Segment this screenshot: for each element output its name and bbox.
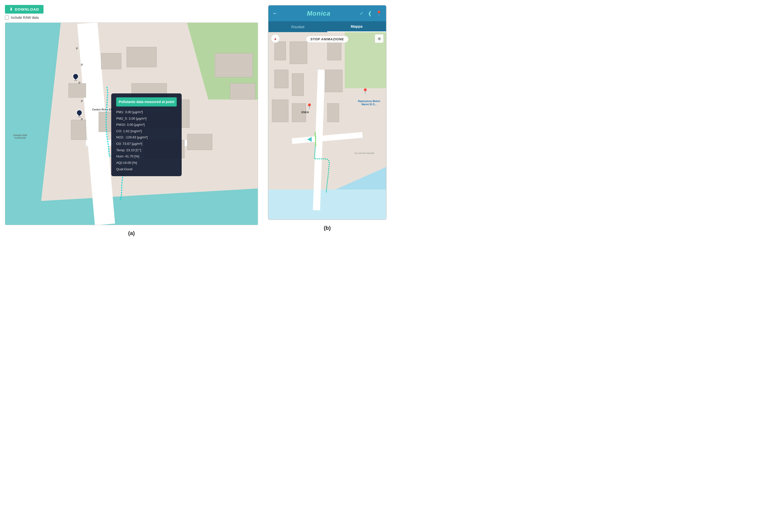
pin-1[interactable] — [72, 73, 79, 82]
rmap-sea2 — [269, 190, 386, 219]
parking-1: P — [76, 47, 78, 51]
rbuilding-7 — [272, 100, 288, 122]
stop-animation-button[interactable]: STOP ANIMAZIONE — [306, 36, 348, 43]
compass-button[interactable]: ▲ — [271, 34, 280, 43]
building-9 — [68, 83, 86, 97]
rmap-pin-shop[interactable]: 📍 — [362, 88, 369, 95]
popup-row-7: Hum: 41.70 [%] — [116, 153, 177, 160]
building-2 — [127, 47, 157, 67]
panel-b-label: (b) — [268, 225, 386, 231]
location-button[interactable]: ⊕ — [375, 34, 384, 43]
panel-a: ⬇ DOWNLOAD Include RAW data — [5, 5, 258, 237]
sea-bottom — [5, 189, 258, 225]
location-pin-icon[interactable]: 📍 — [376, 10, 382, 16]
rmap-enea-label: ENEA — [301, 111, 309, 114]
beach-label: Spiaggia delle Monachelle — [13, 134, 28, 139]
info-popup[interactable]: Pollutants data measured at point PM1: 3… — [111, 93, 182, 176]
download-label: DOWNLOAD — [15, 7, 39, 11]
building-12 — [230, 83, 255, 99]
building-1 — [101, 53, 121, 69]
popup-row-8: AQI:19.00 [%] — [116, 160, 177, 166]
pin-head-1 — [71, 72, 80, 81]
download-button[interactable]: ⬇ DOWNLOAD — [5, 5, 43, 13]
popup-row-4: NO2: -129.83 [µg/m³] — [116, 134, 177, 140]
popup-row-3: CO: 1.62 [mg/m³] — [116, 128, 177, 134]
tab-mappa[interactable]: Mappa — [327, 21, 386, 32]
building-11 — [215, 53, 253, 77]
crosshair-icon: ⊕ — [378, 36, 381, 41]
panel-a-label: (a) — [5, 230, 258, 237]
include-raw-checkbox[interactable] — [5, 15, 9, 20]
app-title: Monica — [281, 10, 357, 17]
rbuilding-5 — [327, 41, 341, 60]
phone-map: ENEA Riparazione Motori Marini Di D... V… — [269, 32, 386, 219]
rmap-road-label: Via Vecchio Macello — [354, 152, 374, 154]
include-raw-row: Include RAW data — [5, 15, 258, 20]
rmap-road-h — [292, 132, 363, 144]
main-container: ⬇ DOWNLOAD Include RAW data — [5, 5, 386, 237]
rbuilding-1 — [290, 41, 307, 64]
phone-header: ← Monica ✓ ❰ 📍 — [269, 5, 386, 21]
pin-head-2 — [75, 108, 84, 117]
popup-row-6: Temp: 23.10 [C°] — [116, 147, 177, 153]
header-icons: ✓ ❰ 📍 — [359, 10, 382, 16]
sea-left — [5, 23, 61, 225]
parking-4: P — [81, 100, 83, 103]
rbuilding-6 — [325, 70, 342, 92]
popup-row-5: O3: 73.67 [µg/m³] — [116, 140, 177, 147]
tab-risultati[interactable]: Risultati — [269, 21, 327, 32]
building-8 — [187, 134, 212, 150]
phone-frame: ← Monica ✓ ❰ 📍 Risultati Mappa — [268, 5, 386, 220]
popup-row-0: PM1: 3.00 [µg/m³] — [116, 109, 177, 115]
download-icon: ⬇ — [9, 7, 13, 11]
panel-b: ← Monica ✓ ❰ 📍 Risultati Mappa — [268, 5, 386, 237]
popup-row-2: PM10: 3.00 [µg/m³] — [116, 122, 177, 128]
rmap-shop-label: Riparazione Motori Marini Di D... — [358, 100, 380, 106]
rbuilding-3 — [274, 70, 288, 89]
compass-icon: ▲ — [274, 37, 277, 40]
share-icon[interactable]: ❰ — [368, 10, 372, 16]
popup-row-1: PM2_5: 3.00 [µg/m³] — [116, 115, 177, 122]
pin-2[interactable] — [76, 110, 83, 119]
rmap-pin-blue[interactable]: 📍 — [306, 103, 313, 110]
phone-tabs: Risultati Mappa — [269, 21, 386, 32]
popup-title: Pollutants data measured at point — [116, 97, 177, 106]
map-a: P P P P P Centro Rche ENEA Spiaggia dell… — [5, 23, 258, 225]
rmap-direction-arrow — [307, 137, 312, 142]
back-arrow[interactable]: ← — [272, 10, 278, 17]
check-icon[interactable]: ✓ — [359, 10, 364, 16]
popup-row-9: Qual:Good — [116, 166, 177, 173]
rbuilding-4 — [292, 73, 304, 96]
rbuilding-2 — [274, 41, 286, 60]
toolbar: ⬇ DOWNLOAD Include RAW data — [5, 5, 258, 20]
include-raw-label: Include RAW data — [11, 15, 38, 20]
rbuilding-9 — [327, 103, 339, 122]
building-10 — [71, 120, 86, 140]
parking-2: P — [81, 63, 83, 67]
